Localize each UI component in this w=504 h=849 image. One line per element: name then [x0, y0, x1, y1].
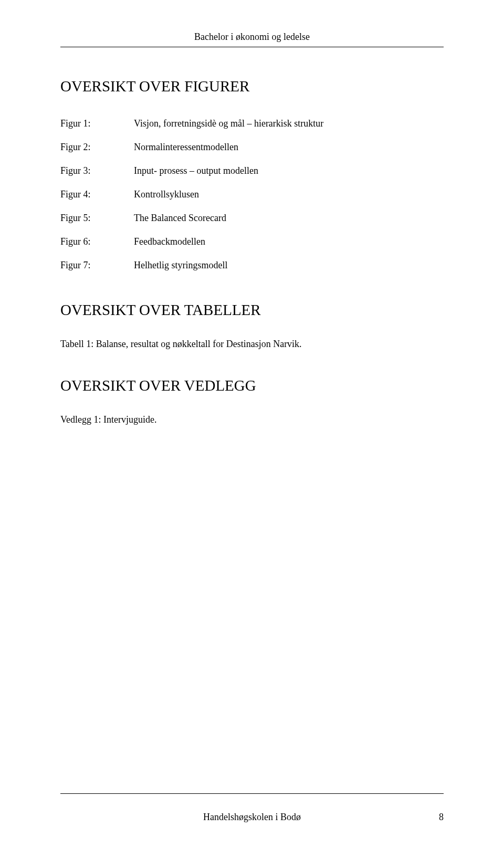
- figure-desc: Visjon, forretningsidè og mål – hierarki…: [134, 118, 444, 129]
- tables-heading: OVERSIKT OVER TABELLER: [60, 301, 444, 319]
- figure-desc: Helhetlig styringsmodell: [134, 260, 444, 271]
- figure-label: Figur 2:: [60, 142, 134, 153]
- footer-divider: [60, 793, 444, 794]
- figure-row: Figur 3: Input- prosess – output modelle…: [60, 165, 444, 176]
- figure-row: Figur 4: Kontrollsyklusen: [60, 189, 444, 200]
- appendix-heading: OVERSIKT OVER VEDLEGG: [60, 377, 444, 394]
- figure-desc: Input- prosess – output modellen: [134, 165, 444, 176]
- figure-label: Figur 5:: [60, 213, 134, 224]
- footer-page-number: 8: [428, 812, 444, 823]
- figure-desc: Normalinteressentmodellen: [134, 142, 444, 153]
- figure-label: Figur 4:: [60, 189, 134, 200]
- figures-heading: OVERSIKT OVER FIGURER: [60, 78, 444, 95]
- tables-text: Tabell 1: Balanse, resultat og nøkkeltal…: [60, 339, 444, 350]
- figure-row: Figur 2: Normalinteressentmodellen: [60, 142, 444, 153]
- figure-label: Figur 1:: [60, 118, 134, 129]
- footer-row: Handelshøgskolen i Bodø 8: [60, 812, 444, 823]
- figure-list: Figur 1: Visjon, forretningsidè og mål –…: [60, 118, 444, 271]
- figure-desc: Feedbackmodellen: [134, 236, 444, 247]
- page-header: Bachelor i økonomi og ledelse: [60, 32, 444, 43]
- figure-row: Figur 1: Visjon, forretningsidè og mål –…: [60, 118, 444, 129]
- figure-label: Figur 7:: [60, 260, 134, 271]
- figure-row: Figur 6: Feedbackmodellen: [60, 236, 444, 247]
- header-title: Bachelor i økonomi og ledelse: [194, 32, 310, 42]
- figure-row: Figur 5: The Balanced Scorecard: [60, 213, 444, 224]
- appendix-text: Vedlegg 1: Intervjuguide.: [60, 414, 444, 425]
- page-footer: Handelshøgskolen i Bodø 8: [60, 793, 444, 823]
- figure-desc: Kontrollsyklusen: [134, 189, 444, 200]
- figure-desc: The Balanced Scorecard: [134, 213, 444, 224]
- footer-center: Handelshøgskolen i Bodø: [76, 812, 428, 823]
- figure-label: Figur 6:: [60, 236, 134, 247]
- figure-row: Figur 7: Helhetlig styringsmodell: [60, 260, 444, 271]
- header-divider: [60, 47, 444, 47]
- figure-label: Figur 3:: [60, 165, 134, 176]
